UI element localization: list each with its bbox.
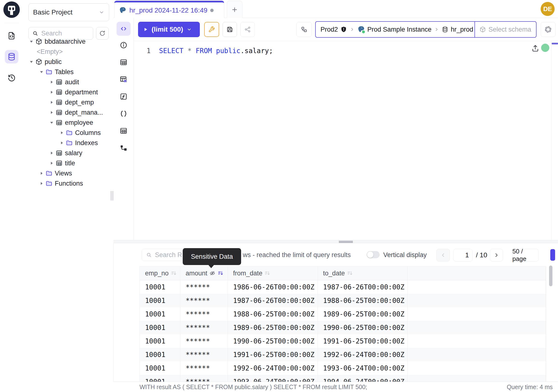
bytebase-logo-icon[interactable]: [3, 1, 20, 18]
table-cell[interactable]: 1988-06-25T00:00:00Z: [228, 307, 318, 321]
table-cell[interactable]: 10001: [140, 361, 180, 375]
caret-right-icon[interactable]: [49, 161, 54, 166]
table-row[interactable]: 10001******1993-06-24T00:00:00Z1994-06-2…: [140, 375, 546, 382]
caret-right-icon[interactable]: [49, 100, 54, 105]
table-cell[interactable]: [408, 348, 546, 361]
column-header-amount[interactable]: amount: [180, 267, 228, 280]
table-cell[interactable]: 10001: [140, 348, 180, 361]
table-cell[interactable]: ******: [180, 348, 228, 361]
table-cell[interactable]: 1989-06-25T00:00:00Z: [318, 307, 408, 321]
editor-scrollbar[interactable]: [551, 41, 551, 240]
upload-sql-icon[interactable]: [531, 44, 540, 53]
panel-button-tables[interactable]: [120, 58, 128, 66]
panel-splitter[interactable]: [113, 240, 558, 243]
tab-hr-prod[interactable]: hr_prod 2024-11-22 16:49: [114, 1, 224, 18]
chevron-down-icon[interactable]: [187, 27, 192, 32]
table-cell[interactable]: [408, 321, 546, 334]
table-cell[interactable]: [408, 280, 546, 294]
new-tab-button[interactable]: [227, 1, 242, 18]
tree-item-bbdataarchive[interactable]: bbdataarchive: [23, 36, 113, 47]
caret-right-icon[interactable]: [49, 151, 54, 156]
project-selector[interactable]: Basic Project: [28, 3, 109, 21]
table-cell[interactable]: ******: [180, 280, 228, 294]
tree-item-empty[interactable]: <Empty>: [23, 47, 113, 57]
table-cell[interactable]: 1992-06-24T00:00:00Z: [228, 361, 318, 375]
vertical-display-toggle[interactable]: [366, 251, 380, 258]
tree-item-dept-mana[interactable]: dept_mana...: [23, 107, 113, 118]
table-cell[interactable]: 1994-06-24T00:00:00Z: [318, 375, 408, 382]
tree-item-title[interactable]: title: [23, 158, 113, 168]
code-panel-button[interactable]: [117, 22, 131, 36]
table-cell[interactable]: [408, 307, 546, 321]
share-sheet-button[interactable]: [240, 22, 255, 37]
tree-item-indexes[interactable]: Indexes: [23, 138, 113, 148]
tree-item-salary[interactable]: salary: [23, 148, 113, 158]
panel-button-views[interactable]: [120, 127, 128, 135]
table-cell[interactable]: ******: [180, 334, 228, 348]
table-row[interactable]: 10001******1987-06-26T00:00:00Z1988-06-2…: [140, 294, 546, 307]
panel-button-external-tables[interactable]: [120, 75, 128, 84]
table-cell[interactable]: [408, 361, 546, 375]
run-query-button[interactable]: (limit 500): [138, 22, 200, 37]
table-cell[interactable]: 1990-06-25T00:00:00Z: [318, 321, 408, 334]
caret-down-icon[interactable]: [49, 120, 54, 125]
results-scrollbar-thumb[interactable]: [549, 266, 552, 286]
caret-right-icon[interactable]: [49, 110, 54, 115]
environment-label[interactable]: Prod2: [321, 26, 338, 33]
column-header-to_date[interactable]: to_date: [318, 267, 408, 280]
format-sql-button[interactable]: [204, 22, 219, 37]
table-cell[interactable]: ******: [180, 294, 228, 307]
ai-assistant-button[interactable]: [541, 22, 556, 37]
table-cell[interactable]: 10001: [140, 334, 180, 348]
tree-item-employee[interactable]: employee: [23, 118, 113, 128]
tree-item-department[interactable]: department: [23, 87, 113, 97]
table-cell[interactable]: 1993-06-24T00:00:00Z: [318, 361, 408, 375]
caret-right-icon[interactable]: [39, 171, 44, 176]
connection-breadcrumb[interactable]: Prod2 Prod Sample Instance hr_prod Selec…: [315, 21, 537, 38]
expand-results-button[interactable]: [550, 249, 555, 261]
table-cell[interactable]: 1987-06-26T00:00:00Z: [318, 280, 408, 294]
caret-right-icon[interactable]: [39, 181, 44, 186]
table-row[interactable]: 10001******1988-06-25T00:00:00Z1989-06-2…: [140, 307, 546, 321]
caret-right-icon[interactable]: [49, 80, 54, 85]
table-cell[interactable]: 1990-06-25T00:00:00Z: [228, 334, 318, 348]
rail-item-database[interactable]: [5, 50, 18, 63]
next-page-button[interactable]: [490, 249, 503, 261]
table-cell[interactable]: [408, 375, 546, 382]
panel-button-procedures[interactable]: [120, 110, 128, 118]
table-cell[interactable]: 10001: [140, 307, 180, 321]
prev-page-button[interactable]: [436, 249, 450, 261]
panel-button-functions[interactable]: [120, 92, 128, 101]
panel-button-schema-diagram[interactable]: [120, 144, 128, 152]
caret-right-icon[interactable]: [49, 90, 54, 95]
column-header-from_date[interactable]: from_date: [228, 267, 318, 280]
table-cell[interactable]: 10001: [140, 375, 180, 382]
page-number-input[interactable]: [453, 249, 472, 261]
instance-label[interactable]: Prod Sample Instance: [367, 26, 432, 33]
table-cell[interactable]: ******: [180, 361, 228, 375]
sidebar-search-input[interactable]: [41, 29, 83, 37]
table-row[interactable]: 10001******1989-06-25T00:00:00Z1990-06-2…: [140, 321, 546, 334]
tree-item-columns[interactable]: Columns: [23, 128, 113, 138]
table-cell[interactable]: [408, 334, 546, 348]
tree-item-tables[interactable]: Tables: [23, 67, 113, 77]
table-cell[interactable]: ******: [180, 375, 228, 382]
schema-selector[interactable]: Select schema: [475, 22, 536, 37]
table-cell[interactable]: 1991-06-25T00:00:00Z: [228, 348, 318, 361]
rail-item-worksheet[interactable]: [5, 29, 18, 43]
column-header-emp_no[interactable]: emp_no: [140, 267, 180, 280]
table-cell[interactable]: 1988-06-25T00:00:00Z: [318, 294, 408, 307]
tree-item-dept-emp[interactable]: dept_emp: [23, 97, 113, 107]
tree-item-audit[interactable]: audit: [23, 77, 113, 87]
database-label[interactable]: hr_prod: [451, 26, 473, 33]
caret-down-icon[interactable]: [29, 39, 34, 44]
table-cell[interactable]: 1986-06-26T00:00:00Z: [228, 280, 318, 294]
tree-item-public[interactable]: public: [23, 57, 113, 67]
page-size-select[interactable]: 50 / page: [512, 249, 539, 261]
connection-panel-button[interactable]: [296, 22, 312, 37]
table-cell[interactable]: 10001: [140, 280, 180, 294]
table-cell[interactable]: 1993-06-24T00:00:00Z: [228, 375, 318, 382]
table-cell[interactable]: 10001: [140, 294, 180, 307]
tree-item-functions[interactable]: Functions: [23, 178, 113, 189]
table-cell[interactable]: 1989-06-25T00:00:00Z: [228, 321, 318, 334]
